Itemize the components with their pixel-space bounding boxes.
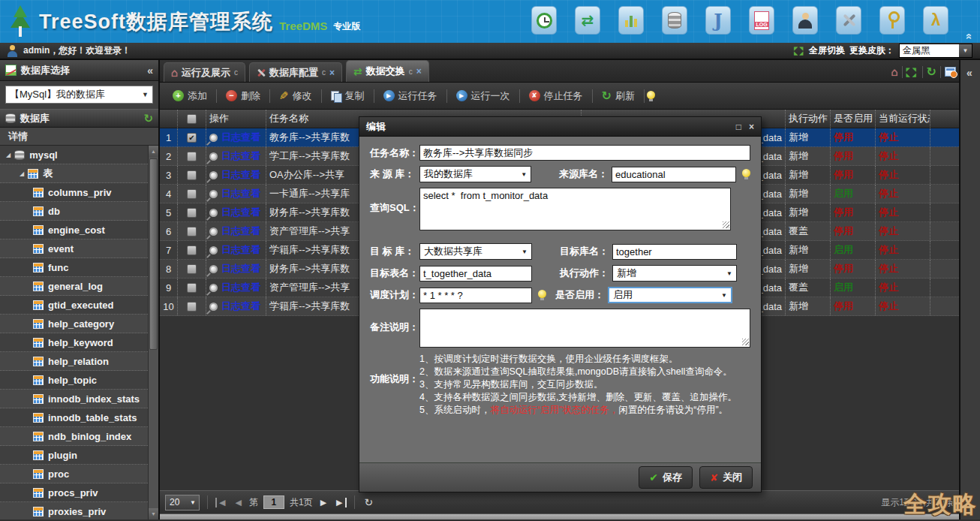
toolbar-复制-button[interactable]: 复制 (324, 86, 371, 106)
remark-textarea[interactable] (419, 309, 750, 348)
toolbar-刷新-button[interactable]: ↻刷新 (595, 86, 642, 106)
row-checkbox-cell[interactable] (178, 260, 206, 278)
tab-refresh-icon[interactable]: c (409, 68, 413, 76)
sidebar-collapse-icon[interactable]: « (147, 65, 153, 77)
database-icon[interactable] (662, 6, 687, 35)
dialog-titlebar[interactable]: 编辑 □ × (359, 117, 761, 137)
tab-数据库配置[interactable]: 数据库配置c× (249, 62, 342, 82)
tab-数据交换[interactable]: ⇄数据交换c× (346, 60, 429, 82)
java-icon[interactable]: J (705, 6, 731, 35)
resize-grip-icon[interactable] (723, 221, 729, 228)
first-page-icon[interactable]: ◀ (215, 498, 227, 507)
checkbox-icon[interactable] (187, 189, 197, 199)
chart-icon[interactable] (618, 6, 644, 35)
task-name-input[interactable] (419, 145, 750, 161)
banner-collapse-icon[interactable]: « (963, 33, 975, 39)
checkbox-icon[interactable] (187, 245, 197, 255)
tab-运行及展示[interactable]: ⌂运行及展示c (164, 62, 245, 82)
close-button[interactable]: ✘ 关闭 (699, 466, 753, 489)
tree-node-help_keyword[interactable]: help_keyword (0, 333, 148, 352)
tree-node-general_log[interactable]: general_log (0, 277, 148, 296)
row-checkbox-cell[interactable]: ✔ (178, 128, 206, 146)
row-checkbox-cell[interactable] (178, 241, 206, 259)
sql-textarea[interactable]: select * from t_monitor_data (419, 188, 731, 230)
magnifier-icon[interactable] (209, 265, 218, 273)
key-icon[interactable] (879, 6, 905, 35)
magnifier-icon[interactable] (209, 246, 218, 254)
tree-scrollbar[interactable]: ▲ ▼ (148, 146, 158, 519)
log-view-link[interactable]: 日志查看 (221, 131, 260, 144)
magnifier-icon[interactable] (209, 303, 218, 311)
header-action[interactable]: 执行动作 (786, 110, 831, 128)
log-view-link[interactable]: 日志查看 (221, 187, 260, 200)
log-view-link[interactable]: 日志查看 (221, 300, 260, 313)
tree-expand-icon[interactable]: ◢ (6, 152, 11, 158)
tree-node-db[interactable]: db (0, 202, 148, 221)
checkbox-icon[interactable] (187, 302, 197, 312)
refresh-icon[interactable]: ↻ (143, 112, 153, 125)
resize-grip-icon[interactable] (742, 339, 749, 345)
action-select[interactable]: 新增 ▼ (612, 265, 737, 282)
home-icon[interactable]: ⌂ (891, 66, 898, 77)
target-db-select[interactable]: 大数据共享库 ▼ (419, 243, 532, 260)
tree-node-proc[interactable]: proc (0, 465, 148, 483)
schedule-bulb-icon[interactable] (538, 290, 546, 300)
header-enabled[interactable]: 是否启用 (831, 110, 876, 128)
database-select[interactable]: 【MySql】我的数据库 ▼ (5, 86, 153, 104)
row-checkbox-cell[interactable] (178, 185, 206, 203)
scroll-up-icon[interactable]: ▲ (149, 146, 158, 157)
tree-node-event[interactable]: event (0, 239, 148, 258)
magnifier-icon[interactable] (209, 209, 218, 217)
tip-bulb-icon[interactable] (647, 91, 655, 101)
data-exchange-icon[interactable]: ⇄ (575, 6, 600, 35)
magnifier-icon[interactable] (209, 227, 218, 236)
hint-bulb-icon[interactable] (742, 169, 750, 179)
toolbar-添加-button[interactable]: +添加 (166, 86, 214, 106)
row-checkbox-cell[interactable] (178, 222, 206, 240)
header-status[interactable]: 当前运行状态 (876, 110, 930, 128)
source-db-name-input[interactable] (612, 167, 736, 182)
target-db-name-input[interactable] (612, 244, 737, 260)
magnifier-icon[interactable] (209, 134, 218, 142)
fullscreen-icon[interactable]: ◤◥◣◢ (794, 47, 804, 56)
refresh-tab-icon[interactable]: ↻ (927, 65, 936, 79)
tree-node-engine_cost[interactable]: engine_cost (0, 221, 148, 239)
log-view-link[interactable]: 日志查看 (221, 224, 260, 238)
online-user-icon[interactable]: λ (923, 6, 948, 35)
tree-node-表[interactable]: ◢表 (0, 164, 148, 183)
close-icon[interactable]: × (749, 122, 754, 132)
toolbar-删除-button[interactable]: −删除 (219, 86, 267, 106)
scroll-down-icon[interactable]: ▼ (149, 508, 158, 519)
row-checkbox-cell[interactable] (178, 279, 206, 297)
row-checkbox-cell[interactable] (178, 297, 206, 315)
header-select-all[interactable] (178, 110, 206, 128)
tree-node-columns_priv[interactable]: columns_priv (0, 183, 148, 202)
row-checkbox-cell[interactable] (178, 147, 206, 165)
tree-node-plugin[interactable]: plugin (0, 446, 148, 465)
target-table-input[interactable] (419, 266, 532, 282)
tree-node-ndb_binlog_index[interactable]: ndb_binlog_index (0, 427, 148, 446)
tab-close-icon[interactable]: × (416, 66, 422, 77)
skin-select[interactable]: 金属黑 ▼ (899, 44, 972, 58)
log-icon[interactable]: LOG (749, 6, 774, 35)
scrollbar-thumb[interactable] (149, 158, 158, 350)
tree-expand-icon[interactable]: ◢ (20, 170, 24, 177)
magnifier-icon[interactable] (209, 284, 218, 292)
tree-node-help_topic[interactable]: help_topic (0, 371, 148, 390)
header-op[interactable]: 操作 (206, 110, 266, 128)
schedule-input[interactable] (419, 288, 532, 303)
tools-icon[interactable] (836, 6, 861, 35)
checkbox-icon[interactable] (187, 170, 197, 180)
log-view-link[interactable]: 日志查看 (221, 168, 260, 182)
log-view-link[interactable]: 日志查看 (221, 281, 260, 294)
tree-node-innodb_table_stats[interactable]: innodb_table_stats (0, 408, 148, 427)
source-db-select[interactable]: 我的数据库 ▼ (419, 166, 531, 182)
tree-node-proxies_priv[interactable]: proxies_priv (0, 502, 148, 519)
user-manage-icon[interactable] (792, 6, 818, 35)
fullscreen-toggle[interactable]: 全屏切换 (809, 44, 845, 57)
enable-select[interactable]: 启用 ▼ (608, 287, 732, 303)
reload-icon[interactable]: ↻ (362, 496, 376, 508)
magnifier-icon[interactable] (209, 152, 218, 161)
checkbox-icon[interactable] (187, 114, 197, 124)
minimize-icon[interactable]: □ (736, 122, 741, 132)
